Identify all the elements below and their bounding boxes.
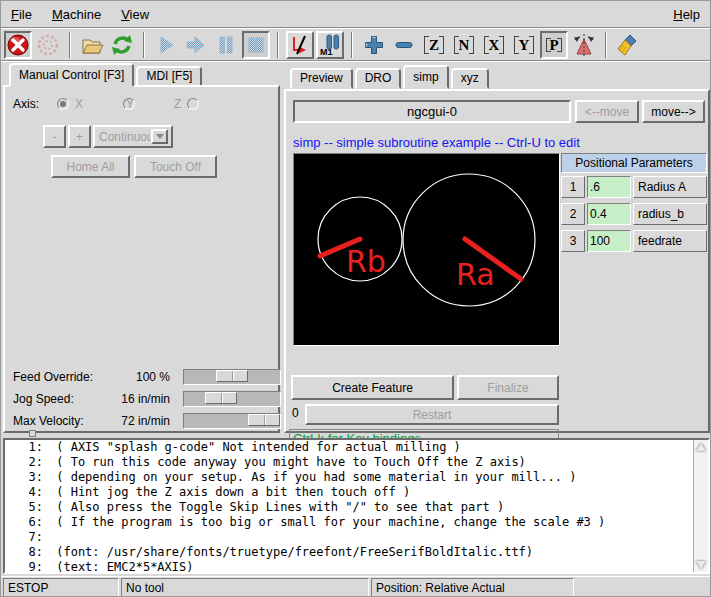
- jog-speed-slider[interactable]: [183, 391, 281, 407]
- axis-z-radio[interactable]: [187, 98, 199, 110]
- view-y-icon[interactable]: Y: [510, 31, 538, 59]
- estop-icon[interactable]: [4, 31, 32, 59]
- param-name-label: feedrate: [633, 230, 707, 252]
- axis-x-radio[interactable]: [57, 98, 69, 110]
- rotate-view-icon[interactable]: [570, 31, 598, 59]
- line-text: ( If the program is too big or small for…: [49, 515, 605, 530]
- gcode-text-view[interactable]: 1: ( AXIS "splash g-code" Not intended f…: [3, 438, 710, 574]
- line-number: 8:: [5, 545, 43, 560]
- zoom-in-icon[interactable]: [360, 31, 388, 59]
- preview-drawing: Rb Ra: [294, 154, 557, 343]
- line-number: 7:: [5, 530, 43, 545]
- view-perspective-icon[interactable]: P: [540, 31, 568, 59]
- ngcgui-name-entry[interactable]: ngcgui-0: [293, 100, 571, 123]
- tab-preview[interactable]: Preview: [290, 68, 353, 89]
- clear-plot-glyph: [616, 33, 640, 57]
- feed-override-slider[interactable]: [183, 369, 281, 385]
- gcode-line: 6: ( If the program is too big or small …: [5, 515, 708, 530]
- tab-manual-control[interactable]: Manual Control [F3]: [9, 63, 134, 87]
- gcode-line: 5: ( Also press the Toggle Skip Lines wi…: [5, 500, 708, 515]
- pane-sash-handle[interactable]: [29, 430, 36, 437]
- toolbar-separator: [143, 32, 145, 58]
- large-circle-label: Ra: [456, 257, 495, 292]
- param-feedrate-input[interactable]: [587, 230, 631, 252]
- run-icon[interactable]: [152, 31, 180, 59]
- max-velocity-value: 72 in/min: [121, 414, 170, 428]
- menu-help[interactable]: Help: [673, 7, 700, 22]
- param-radius-a-input[interactable]: [587, 176, 631, 198]
- feed-override-label: Feed Override:: [13, 370, 93, 384]
- reload-icon[interactable]: [108, 31, 136, 59]
- manual-control-body: Axis: X Y Z - + Continuous Home All Touc…: [3, 85, 280, 433]
- left-notebook-tabs: Manual Control [F3] MDI [F5]: [9, 63, 204, 87]
- simp-tab-body: ngcgui-0 <--move move--> simp -- simple …: [284, 89, 710, 433]
- machine-power-icon[interactable]: [34, 31, 62, 59]
- run-from-line-icon[interactable]: [182, 31, 210, 59]
- positional-parameters-panel: Positional Parameters 1 Radius A 2 radiu…: [561, 153, 707, 257]
- line-number: 9:: [5, 560, 43, 574]
- jog-speed-row: Jog Speed: 16 in/min: [5, 390, 278, 410]
- feature-count: 0: [292, 406, 299, 420]
- gcode-line: 8: (font: /usr/share/fonts/truetype/free…: [5, 545, 708, 560]
- toggle-skip-lines-icon[interactable]: [286, 31, 314, 59]
- gcode-line: 9: (text: EMC2*5*AXIS): [5, 560, 708, 574]
- menu-machine[interactable]: Machine: [52, 7, 101, 22]
- zoom-out-icon[interactable]: [390, 31, 418, 59]
- tab-simp[interactable]: simp: [403, 65, 448, 89]
- rotate-view-glyph: [572, 33, 596, 57]
- create-feature-button[interactable]: Create Feature: [291, 375, 454, 400]
- open-file-icon[interactable]: [78, 31, 106, 59]
- gcode-line: 2: ( To run this code anyway you might h…: [5, 455, 708, 470]
- code-scrollbar[interactable]: [693, 440, 708, 572]
- view-x-icon[interactable]: X: [480, 31, 508, 59]
- axis-label: Axis:: [13, 97, 39, 111]
- feed-override-handle[interactable]: [216, 370, 248, 382]
- toolbar-separator: [69, 32, 71, 58]
- tab-mdi[interactable]: MDI [F5]: [136, 66, 202, 87]
- scroll-up-icon[interactable]: [696, 443, 706, 451]
- manual-control-panel: Manual Control [F3] MDI [F5] Axis: X Y Z…: [3, 63, 280, 433]
- subroutine-preview-canvas: Rb Ra: [293, 153, 560, 346]
- gcode-line: 3: ( depending on your setup. As if you …: [5, 470, 708, 485]
- finalize-button[interactable]: Finalize: [457, 375, 559, 400]
- max-velocity-slider[interactable]: [183, 413, 281, 429]
- menu-view[interactable]: View: [121, 7, 149, 22]
- pause-icon[interactable]: [212, 31, 240, 59]
- move-left-button[interactable]: <--move: [575, 100, 639, 123]
- scroll-down-icon[interactable]: [696, 561, 706, 569]
- jog-minus-button[interactable]: -: [43, 125, 66, 148]
- param-radius-b-input[interactable]: [587, 203, 631, 225]
- home-all-button[interactable]: Home All: [51, 155, 130, 178]
- line-number: 4:: [5, 485, 43, 500]
- menu-bar: File Machine View Help: [1, 1, 710, 28]
- machine-power-glyph: [36, 33, 60, 57]
- axis-x-label: X: [75, 97, 83, 111]
- toggle-optional-pause-icon[interactable]: M1: [316, 31, 344, 59]
- status-bar: ESTOP No tool Position: Relative Actual: [1, 576, 711, 597]
- view-z-rotated-icon[interactable]: N: [450, 31, 478, 59]
- param-name-label: radius_b: [633, 203, 707, 225]
- jog-mode-dropdown-arrow-icon[interactable]: [151, 129, 168, 144]
- jog-speed-handle[interactable]: [205, 392, 237, 404]
- max-velocity-label: Max Velocity:: [13, 414, 84, 428]
- line-number: 2:: [5, 455, 43, 470]
- right-notebook-tabs: Preview DRO simp xyz: [290, 65, 491, 89]
- line-number: 6:: [5, 515, 43, 530]
- jog-plus-button[interactable]: +: [68, 125, 91, 148]
- toolbar: M1 Z N X Y P: [1, 30, 710, 61]
- status-position-mode: Position: Relative Actual: [371, 578, 574, 597]
- tab-dro[interactable]: DRO: [355, 68, 402, 89]
- line-number: 5:: [5, 500, 43, 515]
- view-z-icon[interactable]: Z: [420, 31, 448, 59]
- move-right-button[interactable]: move-->: [642, 100, 705, 123]
- stop-icon[interactable]: [242, 31, 270, 59]
- touch-off-button[interactable]: Touch Off: [134, 155, 217, 178]
- param-number: 1: [561, 176, 585, 198]
- toolbar-separator: [605, 32, 607, 58]
- max-velocity-handle[interactable]: [248, 414, 280, 426]
- menu-file[interactable]: File: [11, 7, 32, 22]
- restart-button[interactable]: Restart: [305, 404, 559, 425]
- tab-xyz[interactable]: xyz: [451, 68, 489, 89]
- pause-glyph: [214, 33, 238, 57]
- clear-plot-icon[interactable]: [614, 31, 642, 59]
